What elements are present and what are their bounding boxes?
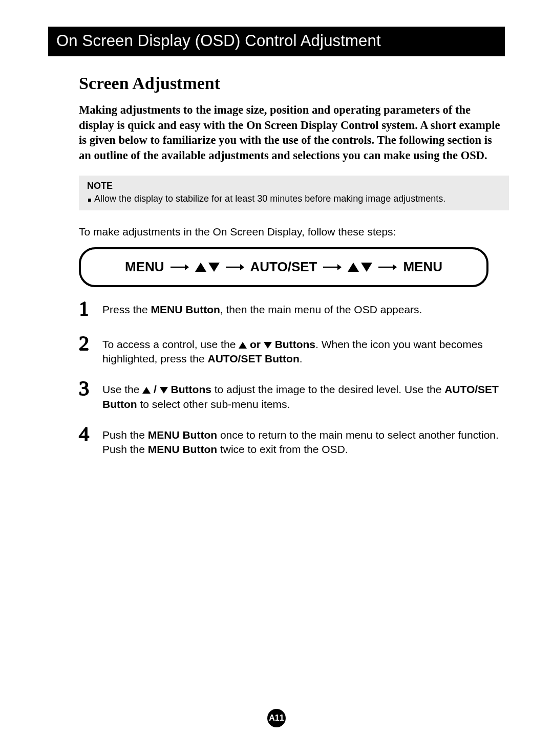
triangle-up-icon — [195, 263, 206, 272]
note-text: Allow the display to stabilize for at le… — [94, 193, 445, 204]
text-run: or — [250, 338, 261, 350]
text-run: Buttons — [168, 383, 211, 395]
text-bold: MENU Button — [151, 304, 220, 315]
lead-text: To make adjustments in the On Screen Dis… — [79, 226, 505, 238]
text-run: twice to exit from the OSD. — [217, 443, 348, 455]
step-1-text: Press the MENU Button, then the main men… — [102, 300, 422, 317]
flow-diagram: MENU AUTO/SET MENU — [79, 247, 488, 287]
triangle-up-icon — [239, 342, 247, 349]
step-number-icon: 3 — [79, 378, 94, 399]
arrow-right-icon — [378, 259, 397, 275]
step-2: 2 To access a control, use the or Button… — [79, 335, 499, 366]
triangle-down-icon — [160, 387, 168, 394]
steps-list: 1 Press the MENU Button, then the main m… — [79, 300, 505, 457]
page-header-bar: On Screen Display (OSD) Control Adjustme… — [48, 27, 505, 56]
text-bold: AUTO/SET Button — [207, 353, 299, 364]
section-title: Screen Adjustment — [79, 74, 505, 93]
text-bold: MENU Button — [148, 443, 217, 455]
text-bold: MENU Button — [148, 429, 217, 441]
triangle-up-icon — [348, 263, 359, 272]
up-down-buttons-icon — [195, 263, 220, 272]
step-4-text: Push the MENU Button once to return to t… — [102, 426, 499, 457]
text-run: Press the — [102, 304, 151, 315]
text-bold: or Buttons — [239, 338, 315, 350]
text-run: / — [151, 383, 160, 395]
step-3: 3 Use the / Buttons to adjust the image … — [79, 380, 499, 412]
intro-paragraph: Making adjustments to the image size, po… — [79, 102, 505, 163]
flow-menu-label: MENU — [125, 259, 164, 275]
triangle-down-icon — [361, 263, 372, 272]
note-box: NOTE Allow the display to stabilize for … — [79, 176, 509, 210]
step-2-text: To access a control, use the or Buttons.… — [102, 335, 499, 366]
step-number-icon: 4 — [79, 424, 94, 444]
svg-marker-3 — [240, 264, 244, 270]
text-run: , then the main menu of the OSD appears. — [220, 304, 422, 315]
text-run: To access a control, use the — [102, 338, 239, 350]
bullet-icon — [88, 199, 91, 202]
page-header-title: On Screen Display (OSD) Control Adjustme… — [56, 32, 381, 50]
text-run: . — [300, 353, 303, 364]
triangle-down-icon — [264, 342, 272, 349]
step-number-icon: 1 — [79, 298, 94, 319]
text-run: to select other sub-menu items. — [137, 398, 290, 410]
arrow-right-icon — [323, 259, 342, 275]
triangle-down-icon — [208, 263, 220, 272]
note-item: Allow the display to stabilize for at le… — [87, 193, 501, 204]
flow-menu-label-end: MENU — [403, 259, 442, 275]
text-run: Use the — [102, 383, 142, 395]
flow-autoset-label: AUTO/SET — [250, 259, 317, 275]
step-number-icon: 2 — [79, 333, 94, 354]
step-1: 1 Press the MENU Button, then the main m… — [79, 300, 499, 321]
svg-marker-7 — [393, 264, 397, 270]
page-number: A11 — [269, 714, 284, 723]
text-run: Buttons — [275, 338, 315, 350]
step-3-text: Use the / Buttons to adjust the image to… — [102, 380, 499, 412]
text-run: Push the — [102, 429, 148, 441]
text-run: to adjust the image to the desired level… — [211, 383, 444, 395]
up-down-buttons-icon — [348, 263, 372, 272]
arrow-right-icon — [171, 259, 189, 275]
svg-marker-5 — [337, 264, 342, 270]
page-number-badge: A11 — [267, 709, 286, 727]
svg-marker-1 — [185, 264, 189, 270]
step-4: 4 Push the MENU Button once to return to… — [79, 426, 499, 457]
arrow-right-icon — [226, 259, 244, 275]
page-footer: A11 — [0, 709, 553, 727]
triangle-up-icon — [142, 387, 151, 394]
text-bold: / Buttons — [142, 383, 211, 395]
note-label: NOTE — [87, 181, 501, 191]
